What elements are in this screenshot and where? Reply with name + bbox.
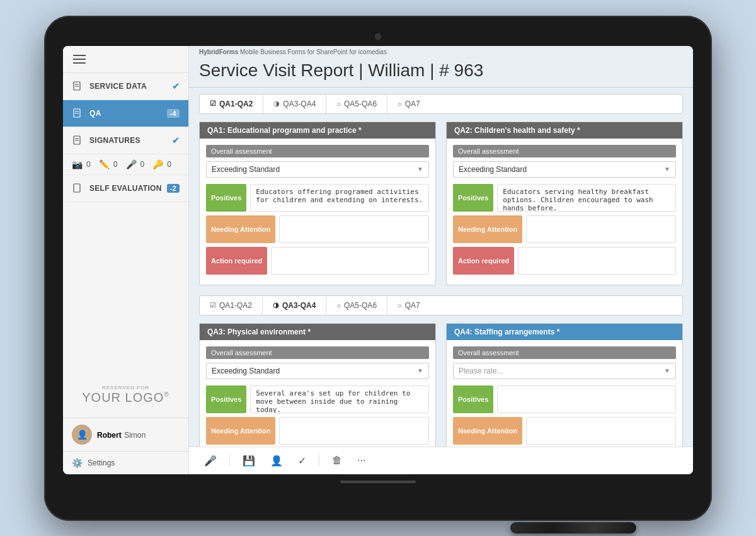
bottom-tab-bar: ☑ QA1-QA2 ◑ QA3-QA4 ○ QA5-QA6 ○ <box>199 295 683 316</box>
qa2-needing-input[interactable] <box>526 215 676 243</box>
qa2-overall-dropdown[interactable]: Exceeding Standard ▼ <box>453 161 676 178</box>
qa3-body: Overall assessment Exceeding Standard ▼ … <box>200 340 435 447</box>
toolbar-save-icon[interactable]: 💾 <box>238 452 260 469</box>
qa2-positives-row: Positives <box>453 184 676 212</box>
sidebar-settings[interactable]: ⚙️ Settings <box>63 451 188 474</box>
sidebar-item-label: SERVICE DATA <box>89 82 147 91</box>
dropdown-arrow-icon-2: ▼ <box>664 166 670 173</box>
qa4-needing-row: Needing Attention <box>453 417 676 445</box>
mic-icon: 🎤 <box>126 159 137 169</box>
qa1-body: Overall assessment Exceeding Standard ▼ … <box>200 139 435 285</box>
camera-count-value: 0 <box>86 160 91 169</box>
tab-circle-icon-2: ○ <box>398 100 402 108</box>
sidebar-header <box>63 46 188 73</box>
sidebar-item-label: SIGNATURES <box>89 136 140 145</box>
tab-qa3-qa4-b[interactable]: ◑ QA3-QA4 <box>263 296 326 315</box>
toolbar-delete-icon[interactable]: 🗑 <box>327 452 347 469</box>
qa2-positives-input[interactable] <box>497 184 676 212</box>
needing-attention-label-3: Needing Attention <box>206 417 275 445</box>
tab-qa7[interactable]: ○ QA7 <box>387 94 430 113</box>
check-icon: ✔ <box>172 81 180 91</box>
action-required-label-2: Action required <box>453 247 514 275</box>
svg-rect-9 <box>74 184 80 192</box>
sidebar-item-label: QA <box>89 109 101 118</box>
tab-qa5-qa6[interactable]: ○ QA5-QA6 <box>326 94 387 113</box>
tab-qa1-qa2[interactable]: ☑ QA1-QA2 <box>200 94 263 113</box>
tab-half-icon: ◑ <box>273 100 280 108</box>
qa3-needing-row: Needing Attention <box>206 417 429 445</box>
sidebar-item-label: SELF EVALUATION <box>89 184 162 193</box>
user-avatar: 👤 <box>72 425 92 445</box>
needing-attention-label-2: Needing Attention <box>453 215 522 243</box>
qa3-positives-input[interactable] <box>250 385 429 413</box>
user-name: Robert Simon <box>97 429 146 440</box>
qa1-section: QA1: Educational programm and practice *… <box>199 122 436 285</box>
positives-label-2: Positives <box>453 184 493 212</box>
qa-badge: -4 <box>167 109 180 118</box>
positives-label-4: Positives <box>453 385 493 413</box>
logo-text: YOUR LOGO® <box>73 391 178 405</box>
app-brand-sub: Mobile Business Forms for SharePoint for… <box>240 48 387 55</box>
qa2-header: QA2: Children's health and safety * <box>447 122 682 139</box>
app-header: HybridForms Mobile Business Forms for Sh… <box>189 46 693 57</box>
toolbar-user-icon[interactable]: 👤 <box>265 452 288 469</box>
tab-circle-icon-2-b: ○ <box>398 302 402 309</box>
sidebar-nav: SERVICE DATA ✔ QA -4 <box>63 73 188 372</box>
toolbar-more-icon[interactable]: ··· <box>352 452 370 469</box>
tab-qa1-qa2-b[interactable]: ☑ QA1-QA2 <box>200 296 263 315</box>
qa4-needing-input[interactable] <box>526 417 676 445</box>
sidebar: SERVICE DATA ✔ QA -4 <box>63 46 189 474</box>
qa1-positives-input[interactable] <box>250 184 429 212</box>
sidebar-item-signatures[interactable]: SIGNATURES ✔ <box>63 127 188 154</box>
qa3-header: QA3: Physical environment * <box>200 324 435 340</box>
qa1-overall-dropdown[interactable]: Exceeding Standard ▼ <box>206 161 429 178</box>
mic-count: 🎤 0 <box>126 159 153 169</box>
qa1-needing-input[interactable] <box>279 215 429 243</box>
sidebar-item-service-data[interactable]: SERVICE DATA ✔ <box>63 73 188 100</box>
dropdown-arrow-icon: ▼ <box>417 166 423 173</box>
tab-half-icon-b: ◑ <box>273 301 279 309</box>
qa3-needing-input[interactable] <box>279 417 429 445</box>
self-eval-badge: -2 <box>167 184 180 193</box>
qa4-overall-label: Overall assessment <box>453 346 676 359</box>
positives-label-3: Positives <box>206 385 246 413</box>
toolbar-check-icon[interactable]: ✓ <box>293 452 311 469</box>
qa2-needing-row: Needing Attention <box>453 215 676 243</box>
sidebar-item-self-eval[interactable]: SELF EVALUATION -2 <box>63 175 188 202</box>
qa2-action-input[interactable] <box>518 247 676 275</box>
qa4-positives-input[interactable] <box>497 385 676 413</box>
qa4-section: QA4: Staffing arrangements * Overall ass… <box>446 323 683 447</box>
qa4-overall-dropdown[interactable]: Please rate... ▼ <box>453 363 676 379</box>
camera-count: 📷 0 <box>72 159 99 169</box>
qa-grid-bottom: QA3: Physical environment * Overall asse… <box>199 323 683 447</box>
qa4-positives-row: Positives <box>453 385 676 413</box>
pencil-count: ✏️ 0 <box>99 159 126 169</box>
qa1-action-input[interactable] <box>271 247 429 275</box>
qa1-action-row: Action required <box>206 247 429 275</box>
qa4-body: Overall assessment Please rate... ▼ Posi… <box>447 340 682 447</box>
pencil-icon: ✏️ <box>99 159 110 169</box>
check-icon: ✔ <box>172 135 180 145</box>
needing-attention-label-4: Needing Attention <box>453 417 522 445</box>
dropdown-arrow-icon-3: ▼ <box>417 367 423 374</box>
key-count: 🔑 0 <box>152 159 180 169</box>
toolbar-divider-1 <box>229 454 230 467</box>
sidebar-logo: RESERVED FOR YOUR LOGO® <box>63 372 188 418</box>
self-eval-icon <box>72 183 83 194</box>
qa3-overall-dropdown[interactable]: Exceeding Standard ▼ <box>206 363 429 379</box>
qa3-positives-row: Positives <box>206 385 429 413</box>
sidebar-item-qa[interactable]: QA -4 <box>63 100 188 127</box>
sub-icons-row: 📷 0 ✏️ 0 🎤 0 🔑 0 <box>63 154 188 175</box>
tab-qa7-b[interactable]: ○ QA7 <box>387 296 430 315</box>
hamburger-menu-icon[interactable] <box>73 55 86 64</box>
qa1-positives-row: Positives <box>206 184 429 212</box>
key-icon: 🔑 <box>152 159 163 169</box>
qa2-section: QA2: Children's health and safety * Over… <box>446 122 683 285</box>
toolbar-mic-icon[interactable]: 🎤 <box>199 452 222 469</box>
tab-qa3-qa4[interactable]: ◑ QA3-QA4 <box>263 94 326 113</box>
qa1-needing-row: Needing Attention <box>206 215 429 243</box>
tab-qa5-qa6-b[interactable]: ○ QA5-QA6 <box>326 296 387 315</box>
qa3-overall-label: Overall assessment <box>206 346 429 359</box>
toolbar-divider-2 <box>319 454 319 467</box>
tab-check-icon-b: ☑ <box>210 301 216 309</box>
